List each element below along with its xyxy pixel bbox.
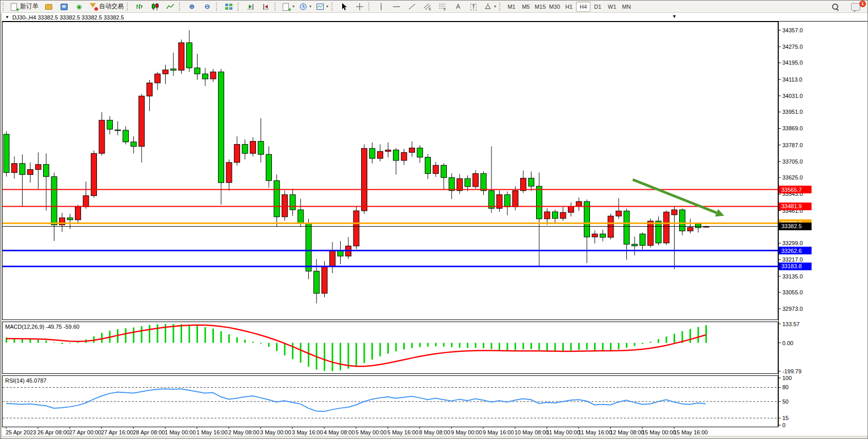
line-chart-button[interactable] (163, 1, 178, 12)
candle (139, 96, 145, 146)
chevron-down-icon: ▾ (326, 4, 328, 9)
candle (640, 234, 645, 245)
candle (171, 69, 176, 70)
candle (338, 251, 343, 256)
time-label: 28 Apr 08:00 (133, 429, 165, 435)
macd-label: MACD(12,26,9) -49.75 -59.60 (5, 324, 80, 330)
candle (51, 176, 57, 225)
bar-chart-button[interactable] (132, 1, 147, 12)
macd-panel[interactable] (3, 322, 778, 374)
timeframe-M5[interactable]: M5 (519, 2, 533, 12)
timeframe-M15[interactable]: M15 (533, 2, 547, 12)
indicators-button[interactable]: +▾ (280, 1, 297, 12)
time-label: 27 Apr 00:00 (69, 429, 101, 435)
candle (401, 152, 407, 161)
candle (465, 178, 470, 187)
price-axis[interactable]: 34357.034275.034195.034113.034031.033951… (778, 22, 812, 428)
candle (433, 165, 439, 173)
candle (219, 72, 224, 183)
svg-text:E: E (429, 7, 431, 11)
templates-button[interactable]: ▾ (313, 1, 330, 12)
candle (203, 74, 208, 79)
candle (115, 130, 121, 131)
candle (330, 251, 336, 266)
svg-text:33135.0: 33135.0 (782, 273, 803, 280)
candle (123, 130, 129, 142)
text-button[interactable]: A (450, 1, 466, 12)
candle (553, 212, 558, 218)
timeframe-MN[interactable]: MN (619, 2, 634, 12)
candle (99, 120, 105, 153)
new-order-button[interactable]: +新订单 (8, 1, 41, 12)
main-chart-panel[interactable] (3, 22, 778, 320)
horizontal-line-button[interactable] (389, 1, 404, 12)
candle (489, 191, 495, 209)
candle (648, 221, 654, 246)
price-label-33262.6: 33262.6 (779, 247, 812, 254)
time-axis[interactable]: 25 Apr 202326 Apr 08:0027 Apr 00:0027 Ap… (6, 427, 708, 435)
arrows-button[interactable]: ▾ (481, 1, 498, 12)
chevron-down-icon: ▾ (292, 4, 294, 9)
candle (107, 120, 113, 129)
toolbar-grip (331, 3, 334, 11)
time-label: 5 May 00:00 (356, 429, 387, 435)
candle (528, 178, 534, 186)
chart-window: ▼ DJ30-,H4 33382.5 33382.5 33382.5 33382… (1, 13, 868, 439)
timeframe-W1[interactable]: W1 (605, 2, 619, 12)
svg-text:133.57: 133.57 (782, 321, 800, 327)
zoom-in-button[interactable]: ⊕ (184, 1, 200, 12)
candle (274, 181, 280, 217)
candle (290, 195, 295, 210)
chart-menu-arrow-icon[interactable]: ▼ (672, 14, 677, 19)
autotrading-button[interactable]: 自动交易 (87, 1, 126, 12)
timeframe-M1[interactable]: M1 (504, 2, 519, 12)
candle (83, 196, 89, 207)
timeframe-H4[interactable]: H4 (576, 2, 590, 12)
periods-button[interactable]: ▾ (297, 1, 313, 12)
timeframe-H1[interactable]: H1 (562, 2, 576, 12)
candle (187, 43, 192, 68)
candle (155, 74, 161, 83)
market-watch-button[interactable] (41, 1, 56, 12)
time-label: 8 May 08:00 (419, 429, 450, 435)
time-label: 3 May 00:00 (260, 429, 291, 435)
candle (656, 221, 661, 243)
auto-scroll-button[interactable] (243, 1, 258, 12)
chat-button[interactable]: 1 (848, 1, 863, 12)
candle (481, 173, 486, 190)
chart-shift-button[interactable] (258, 1, 273, 12)
timeframe-D1[interactable]: D1 (590, 2, 605, 12)
candle (75, 207, 81, 220)
cursor-button[interactable] (337, 1, 352, 12)
signals-button[interactable]: ◉ (71, 1, 87, 12)
candle (179, 43, 184, 70)
trendline-button[interactable] (404, 1, 420, 12)
text-label-button[interactable]: T (466, 1, 481, 12)
chart-canvas[interactable]: 34357.034275.034195.034113.034031.033951… (2, 22, 868, 437)
candle (362, 148, 367, 211)
time-label: 10 May 08:00 (515, 429, 549, 435)
tile-windows-button[interactable] (221, 1, 236, 12)
zoom-out-button[interactable]: ⊖ (200, 1, 215, 12)
toolbar-grip (3, 3, 6, 11)
price-label-33481.9: 33481.9 (779, 203, 812, 210)
candle (314, 271, 320, 293)
candle (385, 150, 391, 151)
fibonacci-button[interactable]: F (435, 1, 450, 12)
chart-title-bar[interactable]: ▼ DJ30-,H4 33382.5 33382.5 33382.5 33382… (2, 13, 868, 22)
crosshair-button[interactable] (352, 1, 367, 12)
svg-text:34195.0: 34195.0 (782, 59, 803, 66)
channel-button[interactable]: E (420, 1, 435, 12)
svg-text:0: 0 (782, 422, 785, 428)
candlestick-chart-button[interactable] (147, 1, 163, 12)
toolbar-grip (238, 3, 241, 11)
vertical-line-button[interactable] (373, 1, 389, 12)
timeframe-M30[interactable]: M30 (547, 2, 562, 12)
trading-terminal-window: +新订单◉自动交易⊕⊖+▾▾▾EFAT▾M1M5M15M30H1H4D1W1MN… (0, 0, 868, 439)
search-button[interactable] (827, 1, 843, 12)
mql5-community-button[interactable] (56, 1, 71, 12)
svg-text:33262.6: 33262.6 (781, 248, 802, 254)
candle (457, 178, 463, 191)
candle (576, 202, 582, 206)
chart-dropdown-icon[interactable]: ▼ (5, 15, 9, 19)
